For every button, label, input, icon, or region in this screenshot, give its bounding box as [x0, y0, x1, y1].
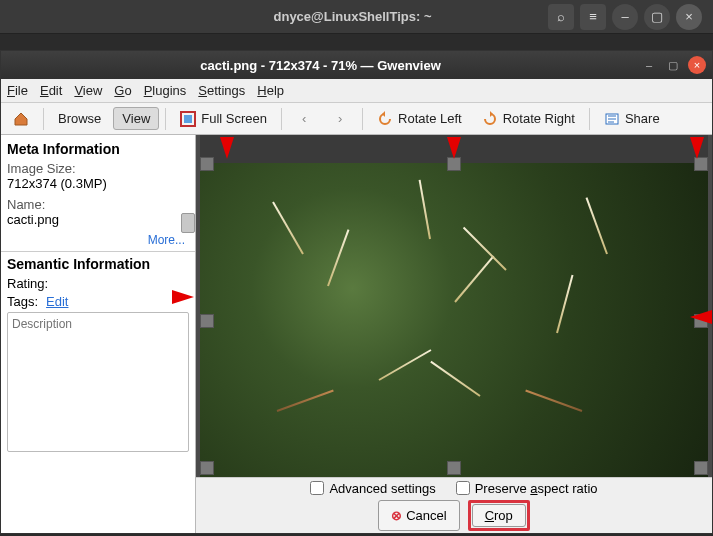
gwenview-titlebar[interactable]: cacti.png - 712x374 - 71% — Gwenview – ▢… [1, 51, 712, 79]
more-link[interactable]: More... [7, 233, 189, 247]
crop-options-bar: Advanced settings Preserve aspect ratio … [196, 477, 712, 533]
rotate-left-button[interactable]: Rotate Left [369, 108, 470, 130]
menubar: File Edit View Go Plugins Settings Help [1, 79, 712, 103]
image-area[interactable] [200, 163, 708, 477]
minimize-icon: – [621, 9, 628, 24]
crop-handle-mr[interactable] [694, 314, 708, 328]
canvas[interactable] [196, 135, 712, 533]
toolbar: Browse View Full Screen ‹ › Rotate Left … [1, 103, 712, 135]
desktop-titlebar: dnyce@LinuxShellTips: ~ ⌕ ≡ – ▢ × [0, 0, 713, 34]
tags-edit-link[interactable]: Edit [46, 294, 68, 309]
crop-handle-br[interactable] [694, 461, 708, 475]
nav-forward-button[interactable]: › [324, 108, 356, 130]
rotate-right-button[interactable]: Rotate Right [474, 108, 583, 130]
browse-button[interactable]: Browse [50, 108, 109, 129]
crop-handle-tr[interactable] [694, 157, 708, 171]
window-minimize-button[interactable]: – [640, 56, 658, 74]
rating-label: Rating: [7, 276, 48, 291]
image-size-value: 712x374 (0.3MP) [7, 176, 189, 191]
annotation-highlight: Crop [468, 500, 530, 531]
search-button[interactable]: ⌕ [548, 4, 574, 30]
desktop-gap [0, 34, 713, 50]
advanced-settings-checkbox[interactable]: Advanced settings [310, 481, 435, 496]
separator [281, 108, 282, 130]
crop-button[interactable]: Crop [472, 504, 526, 527]
desktop-title: dnyce@LinuxShellTips: ~ [160, 9, 545, 24]
preserve-aspect-input[interactable] [456, 481, 470, 495]
hamburger-icon: ≡ [589, 9, 597, 24]
crop-handle-bc[interactable] [447, 461, 461, 475]
chevron-right-icon: › [332, 111, 348, 127]
meta-header: Meta Information [7, 141, 189, 157]
fullscreen-icon [180, 111, 196, 127]
cancel-button[interactable]: ⊗ Cancel [378, 500, 459, 531]
menu-edit[interactable]: Edit [40, 83, 62, 98]
maximize-icon: ▢ [651, 9, 663, 24]
crop-handle-ml[interactable] [200, 314, 214, 328]
minimize-button[interactable]: – [612, 4, 638, 30]
close-icon: × [694, 59, 700, 71]
window-maximize-button[interactable]: ▢ [664, 56, 682, 74]
share-button[interactable]: Share [596, 108, 668, 130]
close-button[interactable]: × [676, 4, 702, 30]
window-close-button[interactable]: × [688, 56, 706, 74]
nav-back-button[interactable]: ‹ [288, 108, 320, 130]
divider [1, 251, 195, 252]
gwenview-title: cacti.png - 712x374 - 71% — Gwenview [7, 58, 634, 73]
preserve-aspect-checkbox[interactable]: Preserve aspect ratio [456, 481, 598, 496]
separator [589, 108, 590, 130]
name-label: Name: [7, 197, 189, 212]
menu-go[interactable]: Go [114, 83, 131, 98]
maximize-button[interactable]: ▢ [644, 4, 670, 30]
maximize-icon: ▢ [668, 59, 678, 72]
share-icon [604, 111, 620, 127]
crop-handle-bl[interactable] [200, 461, 214, 475]
image-content [200, 163, 708, 477]
menu-plugins[interactable]: Plugins [144, 83, 187, 98]
semantic-header: Semantic Information [7, 256, 189, 272]
fullscreen-button[interactable]: Full Screen [172, 108, 275, 130]
separator [165, 108, 166, 130]
tags-label: Tags: [7, 294, 38, 309]
home-button[interactable] [5, 108, 37, 130]
separator [362, 108, 363, 130]
svg-rect-1 [184, 115, 192, 123]
search-icon: ⌕ [557, 9, 565, 24]
gwenview-window: cacti.png - 712x374 - 71% — Gwenview – ▢… [0, 50, 713, 534]
chevron-left-icon: ‹ [296, 111, 312, 127]
crop-handle-tc[interactable] [447, 157, 461, 171]
sidebar: Meta Information Image Size: 712x374 (0.… [1, 135, 196, 533]
advanced-settings-input[interactable] [310, 481, 324, 495]
content-area: Meta Information Image Size: 712x374 (0.… [1, 135, 712, 533]
close-icon: × [685, 9, 693, 24]
cancel-icon: ⊗ [391, 508, 402, 523]
rotate-left-icon [377, 111, 393, 127]
image-viewer: Advanced settings Preserve aspect ratio … [196, 135, 712, 533]
image-size-label: Image Size: [7, 161, 189, 176]
menu-file[interactable]: File [7, 83, 28, 98]
name-value: cacti.png [7, 212, 189, 227]
rotate-right-icon [482, 111, 498, 127]
description-input[interactable] [7, 312, 189, 452]
separator [43, 108, 44, 130]
minimize-icon: – [646, 59, 652, 71]
crop-handle-tl[interactable] [200, 157, 214, 171]
menu-help[interactable]: Help [257, 83, 284, 98]
menu-settings[interactable]: Settings [198, 83, 245, 98]
scrollbar-thumb[interactable] [181, 213, 195, 233]
menu-button[interactable]: ≡ [580, 4, 606, 30]
home-icon [13, 111, 29, 127]
view-button[interactable]: View [113, 107, 159, 130]
menu-view[interactable]: View [74, 83, 102, 98]
